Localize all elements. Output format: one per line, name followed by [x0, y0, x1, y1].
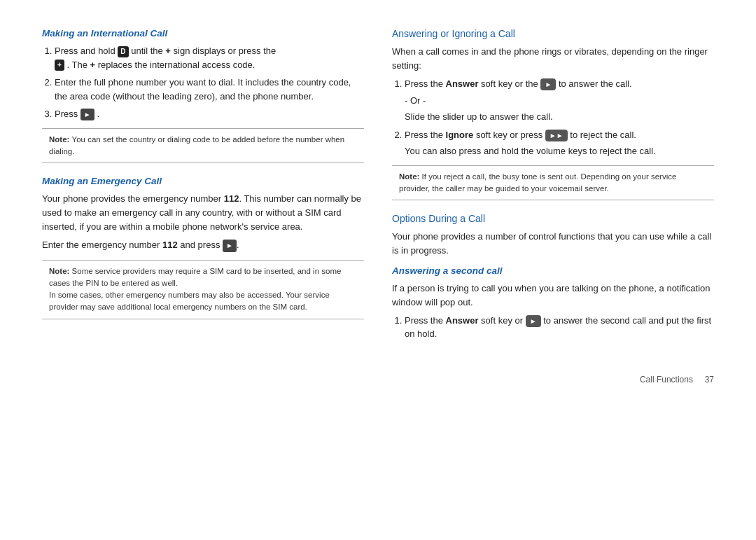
- note-label-2: Note:: [49, 267, 72, 275]
- page-layout: Making an International Call Press and h…: [42, 28, 714, 354]
- step1-text-after: . The + replaces the international acces…: [66, 60, 255, 70]
- section-title-international: Making an International Call: [42, 28, 364, 39]
- international-note-box: Note: You can set the country or dialing…: [42, 128, 364, 164]
- send-key-icon-2: ►: [223, 240, 237, 252]
- page-number: 37: [705, 375, 714, 385]
- emergency-para1: Your phone provides the emergency number…: [42, 192, 364, 234]
- footer-label: Call Functions: [640, 375, 693, 385]
- second-call-steps: Press the Answer soft key or ► to answer…: [392, 314, 714, 341]
- note-text-2: Some service providers may require a SIM…: [49, 267, 341, 312]
- answer-step1-after: to answer the call.: [559, 78, 632, 89]
- options-para1: Your phone provides a number of control …: [392, 230, 714, 258]
- or-text: - Or -: [405, 94, 714, 108]
- answer-step2-after: to reject the call.: [570, 130, 636, 140]
- note-text-1: You can set the country or dialing code …: [49, 135, 344, 155]
- section-international-call: Making an International Call Press and h…: [42, 28, 364, 163]
- right-column: Answering or Ignoring a Call When a call…: [392, 28, 714, 354]
- answering-note-box: Note: If you reject a call, the busy ton…: [392, 165, 714, 201]
- answering-para1: When a call comes in and the phone rings…: [392, 45, 714, 73]
- step1-text-middle: until the + sign displays or press the: [131, 46, 276, 56]
- step-2: Enter the full phone number you want to …: [55, 76, 364, 103]
- section-options-during-call: Options During a Call Your phone provide…: [392, 213, 714, 341]
- answering-steps: Press the Answer soft key or the ► to an…: [392, 77, 714, 158]
- answer-phone-icon: ►: [540, 78, 556, 90]
- answer-step1-before: Press the Answer soft key or the: [405, 78, 540, 89]
- step-1: Press and hold D until the + sign displa…: [55, 44, 364, 71]
- slide-text: Slide the slider up to answer the call.: [405, 110, 714, 124]
- section-emergency-call: Making an Emergency Call Your phone prov…: [42, 176, 364, 319]
- international-call-steps: Press and hold D until the + sign displa…: [42, 44, 364, 121]
- note-text-3: If you reject a call, the busy tone is s…: [399, 172, 676, 193]
- section-title-answering: Answering or Ignoring a Call: [392, 28, 714, 39]
- step1-text-before: Press and hold: [55, 46, 118, 56]
- step2-text: Enter the full phone number you want to …: [55, 77, 351, 102]
- emergency-note-box: Note: Some service providers may require…: [42, 260, 364, 319]
- section-title-emergency: Making an Emergency Call: [42, 176, 364, 186]
- subsection-second-call: Answering a second call If a person is t…: [392, 265, 714, 341]
- d-key-icon: D: [118, 46, 128, 57]
- note-label-3: Note:: [399, 172, 422, 181]
- answer-step-2: Press the Ignore soft key or press ►► to…: [405, 128, 714, 158]
- second-call-para1: If a person is trying to call you when y…: [392, 282, 714, 310]
- section-title-options: Options During a Call: [392, 213, 714, 224]
- step-3: Press ► .: [55, 107, 364, 121]
- answer-step2-before: Press the Ignore soft key or press: [405, 130, 545, 140]
- send-key-icon: ►: [80, 109, 94, 120]
- answer-step-1: Press the Answer soft key or the ► to an…: [405, 77, 714, 124]
- volume-text: You can also press and hold the volume k…: [405, 144, 714, 158]
- subsection-title-second-call: Answering a second call: [392, 265, 714, 276]
- emergency-para2: Enter the emergency number 112 and press…: [42, 238, 364, 252]
- step3-text-before: Press: [55, 109, 80, 119]
- left-column: Making an International Call Press and h…: [42, 28, 364, 354]
- ignore-phone-icon: ►►: [545, 130, 568, 141]
- note-label-1: Note:: [49, 135, 72, 144]
- second-call-step1-before: Press the Answer soft key or: [405, 315, 526, 326]
- section-answering-ignoring: Answering or Ignoring a Call When a call…: [392, 28, 714, 200]
- plus-icon: +: [55, 60, 64, 71]
- second-call-step-1: Press the Answer soft key or ► to answer…: [405, 314, 714, 341]
- step3-text-after: .: [97, 109, 99, 119]
- footer: Call Functions 37: [42, 375, 714, 385]
- second-call-phone-icon: ►: [526, 315, 541, 327]
